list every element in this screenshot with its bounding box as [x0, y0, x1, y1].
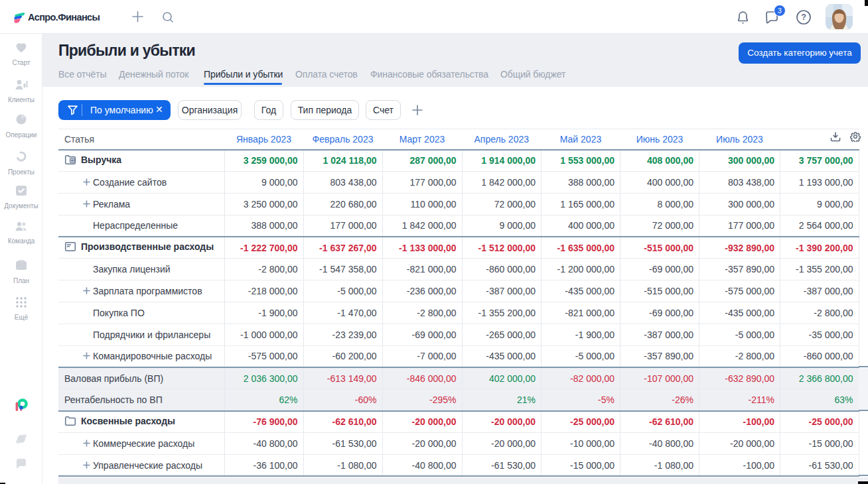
svg-text:?: ?: [801, 13, 806, 22]
